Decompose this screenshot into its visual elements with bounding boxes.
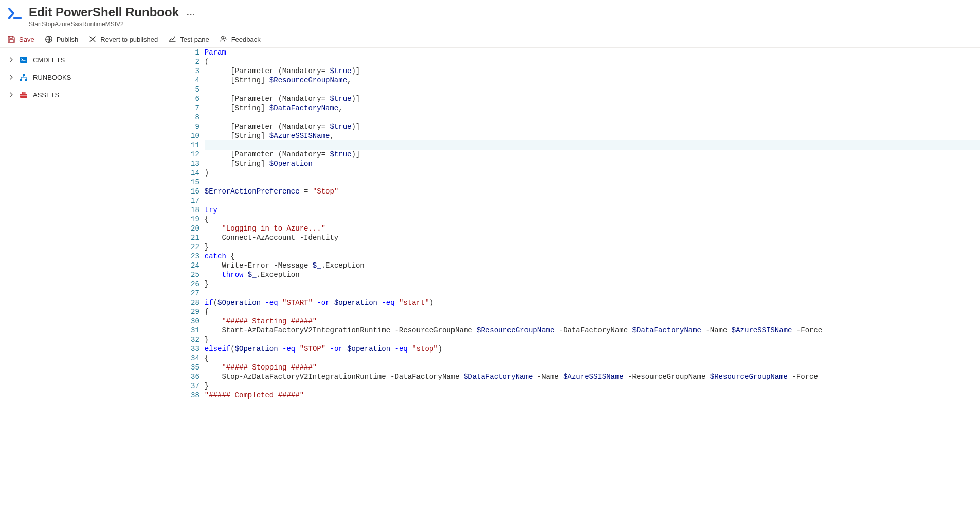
line-number: 3 — [191, 66, 199, 76]
sidebar-item-cmdlets[interactable]: CMDLETS — [0, 51, 175, 68]
line-number: 18 — [191, 205, 199, 215]
code-line[interactable] — [205, 178, 980, 187]
line-number: 25 — [191, 270, 199, 279]
save-icon — [7, 35, 15, 43]
line-number: 32 — [191, 335, 199, 344]
code-line[interactable]: { — [205, 354, 980, 363]
page-title-text: Edit PowerShell Runbook — [29, 5, 179, 20]
save-button[interactable]: Save — [7, 35, 34, 43]
line-number: 11 — [191, 140, 199, 150]
svg-rect-6 — [25, 79, 27, 81]
code-content[interactable]: Param( [Parameter (Mandatory= $true)] [S… — [205, 48, 980, 400]
code-line[interactable]: if($Operation -eq "START" -or $operation… — [205, 298, 980, 307]
line-number: 34 — [191, 354, 199, 363]
code-line[interactable]: [String] $Operation — [205, 159, 980, 168]
code-line[interactable]: $ErrorActionPreference = "Stop" — [205, 187, 980, 196]
code-line[interactable]: "Logging in to Azure..." — [205, 224, 980, 233]
code-line[interactable]: { — [205, 307, 980, 317]
line-number: 36 — [191, 372, 199, 381]
page-subtitle: StartStopAzureSsisRuntimeMSIV2 — [29, 21, 195, 28]
code-line[interactable]: [String] $AzureSSISName, — [205, 131, 980, 140]
line-number: 20 — [191, 224, 199, 233]
code-line[interactable]: Write-Error -Message $_.Exception — [205, 261, 980, 270]
line-number: 27 — [191, 289, 199, 298]
revert-button[interactable]: Revert to published — [88, 35, 158, 43]
test-pane-button[interactable]: Test pane — [168, 35, 209, 43]
code-line[interactable]: Start-AzDataFactoryV2IntegrationRuntime … — [205, 326, 980, 335]
publish-button-label: Publish — [57, 36, 79, 43]
close-icon — [88, 35, 97, 43]
code-line[interactable]: [Parameter (Mandatory= $true)] — [205, 66, 980, 76]
line-number: 13 — [191, 159, 199, 168]
line-number: 38 — [191, 391, 199, 400]
toolbar: Save Publish Revert to published Test pa… — [0, 31, 980, 48]
code-line[interactable]: [String] $DataFactoryName, — [205, 103, 980, 113]
code-line[interactable] — [205, 113, 980, 122]
line-number: 29 — [191, 307, 199, 317]
code-line[interactable]: elseif($Operation -eq "STOP" -or $operat… — [205, 344, 980, 354]
powershell-icon — [7, 5, 24, 22]
line-number: 22 — [191, 242, 199, 252]
publish-button[interactable]: Publish — [45, 35, 79, 43]
line-number: 7 — [191, 103, 199, 113]
workspace: CMDLETS RUNBOOKS ASSETS 1234567891011121… — [0, 48, 980, 400]
code-line[interactable] — [205, 85, 980, 94]
line-number: 9 — [191, 122, 199, 131]
feedback-button[interactable]: Feedback — [220, 35, 261, 43]
svg-rect-3 — [20, 57, 27, 63]
line-number: 16 — [191, 187, 199, 196]
sidebar-item-label: CMDLETS — [33, 56, 65, 64]
line-number: 21 — [191, 233, 199, 242]
svg-rect-4 — [23, 74, 25, 76]
sidebar: CMDLETS RUNBOOKS ASSETS — [0, 48, 175, 400]
code-line[interactable]: Connect-AzAccount -Identity — [205, 233, 980, 242]
code-line[interactable]: [Parameter (Mandatory= $true)] — [205, 94, 980, 103]
code-line[interactable]: } — [205, 242, 980, 252]
code-line[interactable]: [String] $ResourceGroupName, — [205, 76, 980, 85]
more-menu-icon[interactable]: … — [186, 7, 195, 18]
line-number: 10 — [191, 131, 199, 140]
line-number: 5 — [191, 85, 199, 94]
code-line[interactable]: catch { — [205, 252, 980, 261]
line-number: 26 — [191, 279, 199, 289]
sidebar-item-runbooks[interactable]: RUNBOOKS — [0, 68, 175, 86]
svg-point-2 — [221, 37, 224, 39]
line-number: 14 — [191, 168, 199, 178]
code-line[interactable]: { — [205, 215, 980, 224]
code-line[interactable]: [Parameter (Mandatory= $true)] — [205, 150, 980, 159]
code-line[interactable] — [205, 140, 980, 150]
code-line[interactable]: [Parameter (Mandatory= $true)] — [205, 122, 980, 131]
code-line[interactable]: } — [205, 381, 980, 391]
code-line[interactable] — [205, 196, 980, 205]
feedback-button-label: Feedback — [231, 36, 261, 43]
code-line[interactable]: "##### Completed #####" — [205, 391, 980, 400]
line-number: 31 — [191, 326, 199, 335]
code-line[interactable]: Stop-AzDataFactoryV2IntegrationRuntime -… — [205, 372, 980, 381]
code-line[interactable]: Param — [205, 48, 980, 57]
chevron-right-icon — [8, 57, 14, 63]
save-button-label: Save — [19, 36, 34, 43]
code-line[interactable] — [205, 289, 980, 298]
line-number: 37 — [191, 381, 199, 391]
line-number: 2 — [191, 57, 199, 66]
line-number: 12 — [191, 150, 199, 159]
line-number: 15 — [191, 178, 199, 187]
chevron-right-icon — [8, 74, 14, 80]
code-line[interactable]: "##### Starting #####" — [205, 317, 980, 326]
line-number: 30 — [191, 317, 199, 326]
line-number: 19 — [191, 215, 199, 224]
sidebar-item-assets[interactable]: ASSETS — [0, 86, 175, 103]
code-line[interactable]: ( — [205, 57, 980, 66]
code-line[interactable]: } — [205, 279, 980, 289]
code-line[interactable]: ) — [205, 168, 980, 178]
sidebar-item-label: ASSETS — [33, 91, 59, 99]
line-number: 1 — [191, 48, 199, 57]
revert-button-label: Revert to published — [100, 36, 158, 43]
code-line[interactable]: throw $_.Exception — [205, 270, 980, 279]
chart-icon — [168, 35, 176, 43]
code-line[interactable]: } — [205, 335, 980, 344]
line-number: 6 — [191, 94, 199, 103]
code-editor[interactable]: 1234567891011121314151617181920212223242… — [175, 48, 980, 400]
code-line[interactable]: try — [205, 205, 980, 215]
code-line[interactable]: "##### Stopping #####" — [205, 363, 980, 372]
